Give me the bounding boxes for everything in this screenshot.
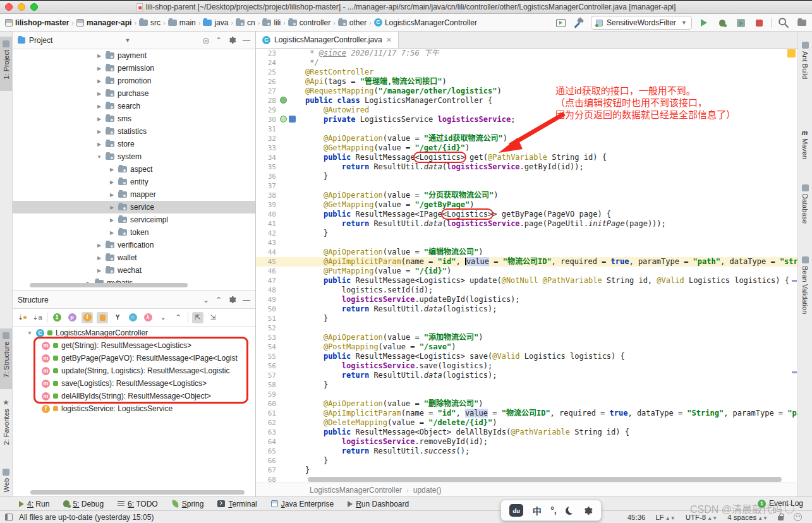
breadcrumb-item-controller[interactable]: controller <box>288 18 330 27</box>
project-structure-button[interactable] <box>796 16 808 29</box>
zoom-window-button[interactable] <box>30 3 38 11</box>
chevron-collapsed-icon[interactable]: ▶ <box>109 192 115 198</box>
code-line-52[interactable]: 52 <box>256 323 797 333</box>
expand-all-icon[interactable]: ⌄ <box>157 312 169 323</box>
show-properties-icon[interactable]: p <box>66 312 78 323</box>
tool-window-button-javaenterprise[interactable]: Java Enterprise <box>271 500 334 508</box>
breadcrumb-item-lili[interactable]: lili <box>262 18 281 27</box>
error-stripe-warning-mark[interactable] <box>787 49 796 57</box>
tree-item-system[interactable]: ▼system <box>13 150 255 163</box>
code-line-47[interactable]: 47 public ResultMessage<Logistics> updat… <box>256 276 797 286</box>
gear-icon[interactable] <box>583 506 593 515</box>
tree-item-wechat[interactable]: ▶wechat <box>13 264 255 277</box>
tree-item-statistics[interactable]: ▶statistics <box>13 125 255 138</box>
code-line-49[interactable]: 49 logisticsService.updateById(logistics… <box>256 295 797 304</box>
chevron-down-icon[interactable]: ▼ <box>124 37 130 44</box>
breadcrumb-item-lilishop-master[interactable]: lilishop-master <box>5 18 69 27</box>
chevron-collapsed-icon[interactable]: ▶ <box>109 230 115 236</box>
hide-panel-icon[interactable]: — <box>243 296 250 304</box>
chevron-collapsed-icon[interactable]: ▶ <box>96 104 102 109</box>
show-lambdas-icon[interactable]: λ <box>142 312 154 323</box>
stripe-tab-favorites[interactable]: ★2: Favorites <box>0 395 12 459</box>
tree-item-store[interactable]: ▶store <box>13 138 255 150</box>
inspections-hector-icon[interactable] <box>794 513 802 521</box>
run-configuration-dropdown[interactable]: SensitiveWordsFilter ▼ <box>591 16 692 30</box>
tool-window-button-debug[interactable]: 5: Debug <box>63 500 104 508</box>
expand-all-icon[interactable]: ⌄ <box>203 296 209 304</box>
structure-item[interactable]: mdelAllByIds(String): ResultMessage<Obje… <box>13 390 255 402</box>
tree-item-service[interactable]: ▶service <box>13 201 255 213</box>
breadcrumb-item-logisticsmanagercontroller[interactable]: CLogisticsManagerController <box>374 18 477 27</box>
code-line-38[interactable]: 38 @ApiOperation(value = "分页获取物流公司") <box>256 191 797 200</box>
ime-language-toggle[interactable]: 中 <box>533 504 542 517</box>
minimize-window-button[interactable] <box>18 3 25 11</box>
breadcrumb-item-java[interactable]: java <box>203 18 228 27</box>
chevron-collapsed-icon[interactable]: ▶ <box>96 255 102 261</box>
chevron-collapsed-icon[interactable]: ▶ <box>96 53 102 59</box>
structure-item[interactable]: flogisticsService: LogisticsService <box>13 402 255 415</box>
line-ending-widget[interactable]: LF▲▼ <box>655 514 675 521</box>
chevron-collapsed-icon[interactable]: ▶ <box>109 205 115 210</box>
show-anonymous-icon[interactable]: Y <box>112 312 123 323</box>
tab-logisticsmanagercontroller[interactable]: C LogisticsManagerController.java ✕ <box>256 32 399 48</box>
tree-item-token[interactable]: ▶token <box>13 226 255 239</box>
chevron-collapsed-icon[interactable]: ▶ <box>109 217 115 223</box>
error-stripe-occurrence-mark[interactable] <box>792 280 797 282</box>
chevron-expanded-icon[interactable]: ▼ <box>27 330 33 336</box>
code-line-55[interactable]: 55 public ResultMessage<Logistics> save(… <box>256 352 797 361</box>
moon-icon[interactable] <box>566 507 574 515</box>
code-line-53[interactable]: 53 @ApiOperation(value = "添加物流公司") <box>256 333 797 342</box>
code-line-29[interactable]: 29 @Autowired <box>256 105 797 115</box>
tree-item-promotion[interactable]: ▶promotion <box>13 75 255 87</box>
chevron-collapsed-icon[interactable]: ▶ <box>109 167 115 172</box>
breadcrumb-item-main[interactable]: main <box>168 18 196 27</box>
code-line-43[interactable]: 43 <box>256 238 797 248</box>
code-line-54[interactable]: 54 @PostMapping(value = "/save") <box>256 342 797 352</box>
code-line-23[interactable]: 23 * @since 2020/11/17 7:56 下午 <box>256 49 797 58</box>
tree-item-payment[interactable]: ▶payment <box>13 49 255 62</box>
tree-item-search[interactable]: ▶search <box>13 100 255 112</box>
code-line-63[interactable]: 63 public ResultMessage<Object> delAllBy… <box>256 428 797 437</box>
tool-window-toggle-icon[interactable] <box>5 514 13 521</box>
stripe-tab-database[interactable]: Database <box>798 181 812 227</box>
code-line-44[interactable]: 44 @ApiOperation(value = "编辑物流公司") <box>256 248 797 257</box>
code-line-40[interactable]: 40 public ResultMessage<IPage<Logistics>… <box>256 210 797 219</box>
search-everywhere-button[interactable] <box>777 16 790 29</box>
error-stripe-occurrence-mark[interactable] <box>792 371 797 373</box>
stripe-tab-maven[interactable]: mMaven <box>798 125 812 163</box>
locate-file-icon[interactable]: ◎ <box>202 37 209 44</box>
show-inherited-icon[interactable]: ↥ <box>51 312 63 323</box>
breadcrumb-item-cn[interactable]: cn <box>236 18 255 27</box>
show-interfaces-icon[interactable]: ○ <box>127 312 138 323</box>
code-line-27[interactable]: 27@RequestMapping("/manager/other/logist… <box>256 87 797 96</box>
tree-item-serviceimpl[interactable]: ▶serviceimpl <box>13 213 255 226</box>
chevron-collapsed-icon[interactable]: ▶ <box>96 141 102 147</box>
structure-item[interactable]: mget(String): ResultMessage<Logistics> <box>13 339 255 352</box>
code-line-65[interactable]: 65 return ResultUtil.success(); <box>256 447 797 456</box>
chevron-collapsed-icon[interactable]: ▶ <box>96 78 102 84</box>
debug-button[interactable] <box>716 16 729 29</box>
event-log-button[interactable]: 1 Event Log <box>758 496 803 510</box>
tool-window-button-spring[interactable]: Spring <box>172 500 204 508</box>
project-horizontal-scrollbar[interactable] <box>30 283 188 287</box>
lock-icon[interactable] <box>778 516 784 520</box>
breadcrumb-item-other[interactable]: other <box>338 18 367 27</box>
chevron-collapsed-icon[interactable]: ▶ <box>96 66 102 71</box>
code-line-36[interactable]: 36 } <box>256 172 797 181</box>
collapse-all-icon[interactable]: ⌃ <box>215 296 222 304</box>
tool-window-button-run[interactable]: 4: Run <box>19 500 49 508</box>
code-line-34[interactable]: 34 public ResultMessage<Logistics> get(@… <box>256 153 797 162</box>
collapse-all-icon[interactable]: ⌃ <box>215 37 222 44</box>
tool-window-button-rundashboard[interactable]: Run Dashboard <box>348 500 409 508</box>
code-line-66[interactable]: 66 } <box>256 456 797 466</box>
code-line-33[interactable]: 33 @GetMapping(value = "/get/{id}") <box>256 143 797 153</box>
tree-item-mapper[interactable]: ▶mapper <box>13 188 255 201</box>
tree-item-aspect[interactable]: ▶aspect <box>13 163 255 176</box>
editor-horizontal-scrollbar[interactable] <box>308 477 782 482</box>
stripe-tab-structure[interactable]: 7: Structure <box>0 328 12 389</box>
code-line-62[interactable]: 62 @DeleteMapping(value = "/delete/{id}"… <box>256 418 797 428</box>
code-line-67[interactable]: 67} <box>256 466 797 475</box>
hide-panel-icon[interactable]: — <box>243 37 250 44</box>
code-line-37[interactable]: 37 <box>256 181 797 191</box>
show-fields-icon[interactable]: f <box>82 312 93 323</box>
